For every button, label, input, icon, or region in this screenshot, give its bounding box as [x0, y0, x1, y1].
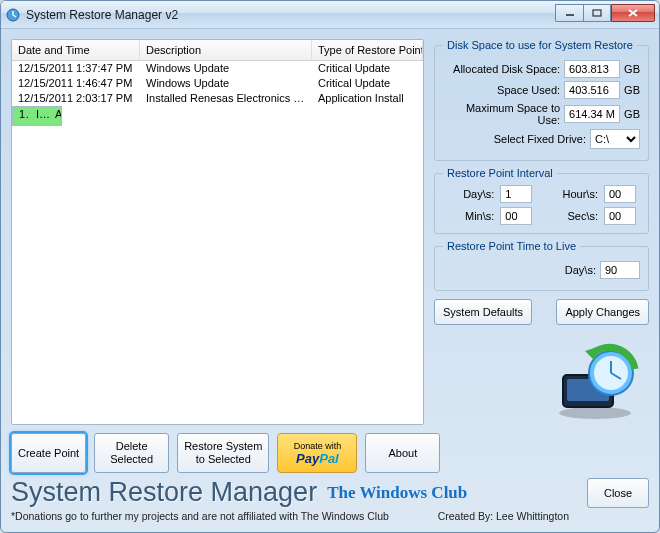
cell-description: Installed COMODO Unite — [30, 107, 49, 125]
svg-point-5 — [559, 407, 631, 419]
paypal-logo-icon: PayPal — [296, 451, 339, 466]
app-icon — [5, 7, 21, 23]
interval-group: Restore Point Interval Day\s: Hour\s: Mi… — [434, 167, 649, 234]
used-unit: GB — [624, 84, 640, 96]
cell-type: Application Install — [49, 107, 61, 125]
days-label: Day\s: — [443, 188, 494, 200]
list-header: Date and Time Description Type of Restor… — [12, 40, 423, 61]
ttl-days-input[interactable] — [600, 261, 640, 279]
donate-with-text: Donate with — [294, 441, 342, 451]
diskspace-legend: Disk Space to use for System Restore — [443, 39, 637, 51]
window-controls — [555, 8, 655, 22]
cell-datetime: 12/15/2011 1:46:47 PM — [12, 76, 140, 91]
disclaimer-text: *Donations go to further my projects and… — [11, 510, 389, 522]
ttl-days-label: Day\s: — [565, 264, 596, 276]
bottom-button-row: Create Point Delete Selected Restore Sys… — [11, 433, 649, 473]
close-button[interactable]: Close — [587, 478, 649, 508]
cell-description: Windows Update — [140, 76, 312, 91]
cell-datetime: 12/15/2011 2:38:18 PM — [13, 107, 30, 125]
table-row[interactable]: 12/15/2011 2:03:17 PMInstalled Renesas E… — [12, 91, 423, 106]
ttl-legend: Restore Point Time to Live — [443, 240, 580, 252]
client-area: Date and Time Description Type of Restor… — [1, 29, 659, 532]
cell-datetime: 12/15/2011 1:37:47 PM — [12, 61, 140, 76]
days-input[interactable] — [500, 185, 532, 203]
donate-paypal-button[interactable]: Donate with PayPal — [277, 433, 357, 473]
secs-input[interactable] — [604, 207, 636, 225]
hours-input[interactable] — [604, 185, 636, 203]
used-label: Space Used: — [497, 84, 560, 96]
side-panel: Disk Space to use for System Restore All… — [434, 39, 649, 425]
mins-input[interactable] — [500, 207, 532, 225]
created-by-text: Created By: Lee Whittington — [438, 510, 649, 522]
mins-label: Min\s: — [443, 210, 494, 222]
cell-type: Application Install — [312, 91, 423, 106]
hours-label: Hour\s: — [542, 188, 598, 200]
restore-points-list[interactable]: Date and Time Description Type of Restor… — [11, 39, 424, 425]
window-title: System Restore Manager v2 — [26, 8, 555, 22]
table-row[interactable]: 12/15/2011 1:37:47 PMWindows UpdateCriti… — [12, 61, 423, 76]
header-datetime[interactable]: Date and Time — [12, 40, 140, 60]
logo-area — [434, 331, 649, 425]
create-point-button[interactable]: Create Point — [11, 433, 86, 473]
table-row[interactable]: 12/15/2011 2:38:18 PMInstalled COMODO Un… — [12, 106, 62, 126]
restore-logo-icon — [545, 341, 645, 421]
maximize-button[interactable] — [583, 4, 611, 22]
diskspace-group: Disk Space to use for System Restore All… — [434, 39, 649, 161]
about-button[interactable]: About — [365, 433, 440, 473]
titlebar[interactable]: System Restore Manager v2 — [1, 1, 659, 29]
table-row[interactable]: 12/15/2011 1:46:47 PMWindows UpdateCriti… — [12, 76, 423, 91]
max-input[interactable] — [564, 105, 620, 123]
allocated-input[interactable] — [564, 60, 620, 78]
apply-changes-button[interactable]: Apply Changes — [556, 299, 649, 325]
allocated-unit: GB — [624, 63, 640, 75]
drive-select[interactable]: C:\ — [590, 129, 640, 149]
close-window-button[interactable] — [611, 4, 655, 22]
app-window: System Restore Manager v2 Date and Time … — [0, 0, 660, 533]
cell-description: Windows Update — [140, 61, 312, 76]
max-unit: GB — [624, 108, 640, 120]
drive-label: Select Fixed Drive: — [494, 133, 586, 145]
cell-type: Critical Update — [312, 76, 423, 91]
used-input[interactable] — [564, 81, 620, 99]
footer: System Restore Manager The Windows Club … — [11, 477, 649, 508]
the-windows-club-text: The Windows Club — [327, 483, 467, 503]
cell-description: Installed Renesas Electronics USB ... — [140, 91, 312, 106]
interval-legend: Restore Point Interval — [443, 167, 557, 179]
max-label: Maximum Space to Use: — [443, 102, 560, 126]
system-defaults-button[interactable]: System Defaults — [434, 299, 532, 325]
minimize-button[interactable] — [555, 4, 583, 22]
cell-type: Critical Update — [312, 61, 423, 76]
svg-rect-2 — [593, 10, 601, 16]
header-type[interactable]: Type of Restore Point — [312, 40, 423, 60]
ttl-group: Restore Point Time to Live Day\s: — [434, 240, 649, 291]
app-title-text: System Restore Manager — [11, 477, 317, 508]
header-description[interactable]: Description — [140, 40, 312, 60]
svg-marker-12 — [585, 347, 597, 361]
cell-datetime: 12/15/2011 2:03:17 PM — [12, 91, 140, 106]
allocated-label: Allocated Disk Space: — [453, 63, 560, 75]
delete-selected-button[interactable]: Delete Selected — [94, 433, 169, 473]
restore-to-selected-button[interactable]: Restore System to Selected — [177, 433, 269, 473]
secs-label: Sec\s: — [542, 210, 598, 222]
